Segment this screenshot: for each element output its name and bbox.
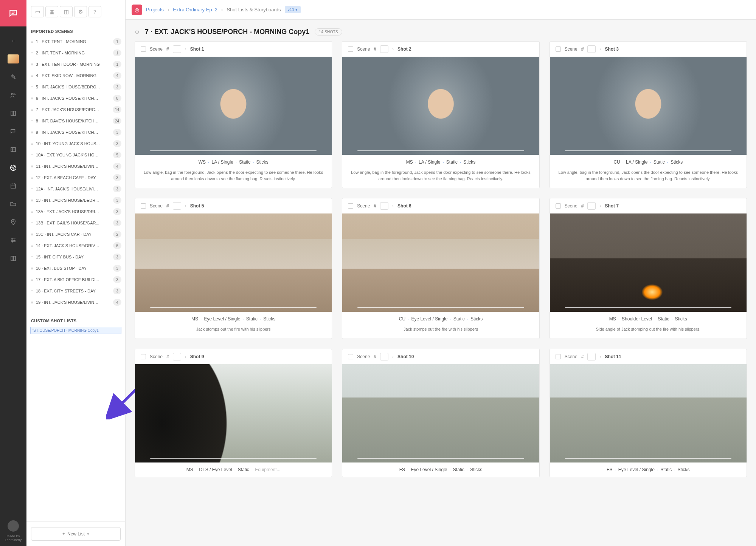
rail-folder[interactable] <box>0 195 26 213</box>
rail-back[interactable]: ← <box>0 32 26 50</box>
rail-boards[interactable] <box>0 104 26 122</box>
crumb-project[interactable]: Extra Ordinary Ep. 2 <box>173 7 217 12</box>
custom-lists-heading: CUSTOM SHOT LISTS <box>26 315 125 325</box>
shot-card[interactable]: Scene#›Shot 9MS·OTS / Eye Level·Static·E… <box>135 349 332 477</box>
select-checkbox[interactable] <box>348 46 353 52</box>
rail-table[interactable] <box>0 141 26 159</box>
card-header: Scene#›Shot 6 <box>342 198 539 213</box>
scene-number-input[interactable] <box>173 353 181 360</box>
card-header: Scene#›Shot 9 <box>135 349 332 364</box>
scene-row[interactable]: ≡17 · EXT. A BIG OFFICE BUILDI...3 <box>26 274 125 285</box>
rail-thumbnail[interactable] <box>0 50 26 68</box>
shot-card[interactable]: Scene#›Shot 5MS·Eye Level / Single·Stati… <box>135 198 332 339</box>
help-icon[interactable]: ? <box>88 6 101 17</box>
scene-number-input[interactable] <box>380 353 388 360</box>
rail-people[interactable] <box>0 86 26 104</box>
scene-label: Scene <box>150 203 163 209</box>
shot-thumbnail[interactable] <box>342 57 539 155</box>
scene-number-input[interactable] <box>380 202 388 210</box>
scene-row[interactable]: ≡15 · INT. CITY BUS - DAY3 <box>26 251 125 263</box>
scene-row[interactable]: ≡19 · INT. JACK'S HOUSE/LIVING...4 <box>26 297 125 308</box>
scene-row[interactable]: ≡9 · INT. JACK'S HOUSE/KITCHE...3 <box>26 127 125 138</box>
crumb-projects[interactable]: Projects <box>146 7 164 12</box>
scene-row[interactable]: ≡14 · EXT. JACK'S HOUSE/DRIVE...6 <box>26 240 125 251</box>
version-selector[interactable]: v11 ▾ <box>285 6 301 13</box>
scene-number-input[interactable] <box>173 45 181 53</box>
scene-label: Scene <box>150 46 163 52</box>
scene-row[interactable]: ≡8 · INT. DAVE'S HOUSE/KITCHE...24 <box>26 115 125 127</box>
shot-thumbnail[interactable] <box>550 57 747 155</box>
scene-row[interactable]: ≡18 · EXT. CITY STREETS - DAY3 <box>26 285 125 297</box>
scene-row[interactable]: ≡13C · INT. JACK'S CAR - DAY2 <box>26 229 125 240</box>
rail-calendar[interactable] <box>0 177 26 195</box>
page-settings-icon[interactable]: ⚙ <box>135 29 140 35</box>
scene-row[interactable]: ≡10 · INT. YOUNG JACK'S HOUS...3 <box>26 138 125 149</box>
shot-card[interactable]: Scene#›Shot 6CU·Eye Level / Single·Stati… <box>342 198 539 339</box>
scene-row[interactable]: ≡12A · INT. JACK'S HOUSE/LIVIN...3 <box>26 183 125 195</box>
scene-row[interactable]: ≡11 · INT. JACK'S HOUSE/LIVING...4 <box>26 161 125 172</box>
scene-row[interactable]: ≡10A · EXT. YOUNG JACK'S HOU...5 <box>26 149 125 161</box>
shot-thumbnail[interactable] <box>342 213 539 312</box>
select-checkbox[interactable] <box>141 46 146 52</box>
rail-book[interactable] <box>0 249 26 268</box>
shot-thumbnail[interactable] <box>135 364 332 462</box>
rail-sliders[interactable] <box>0 231 26 249</box>
scene-number-input[interactable] <box>173 202 181 210</box>
view-single-icon[interactable]: ▭ <box>31 6 44 17</box>
scene-number-input[interactable] <box>380 45 388 53</box>
shot-thumbnail[interactable] <box>135 213 332 312</box>
select-checkbox[interactable] <box>348 203 353 209</box>
shot-thumbnail[interactable] <box>550 213 747 312</box>
scene-row[interactable]: ≡13A · EXT. JACK'S HOUSE/DRIV...3 <box>26 206 125 217</box>
scene-row[interactable]: ≡12 · EXT. A BEACH CAFE - DAY3 <box>26 172 125 183</box>
shot-thumbnail[interactable] <box>550 364 747 462</box>
view-grid-icon[interactable]: ▦ <box>45 6 58 17</box>
shot-card[interactable]: Scene#›Shot 10FS·Eye Level / Single·Stat… <box>342 349 539 477</box>
scene-row[interactable]: ≡5 · INT. JACK'S HOUSE/BEDRO...3 <box>26 81 125 93</box>
settings-icon[interactable]: ⚙ <box>74 6 87 17</box>
select-checkbox[interactable] <box>141 203 146 209</box>
drag-handle-icon: ≡ <box>31 278 33 282</box>
scene-number-input[interactable] <box>587 45 596 53</box>
scene-row[interactable]: ≡13 · INT. JACK'S HOUSE/BEDR...3 <box>26 195 125 206</box>
brand-icon[interactable]: ◎ <box>132 5 142 15</box>
scene-row[interactable]: ≡2 · INT. TENT - MORNING1 <box>26 47 125 59</box>
new-list-button[interactable]: +New List▾ <box>31 527 121 541</box>
scene-row[interactable]: ≡13B · EXT. GAIL'S HOUSE/GAR...3 <box>26 217 125 229</box>
shot-thumbnail[interactable] <box>342 364 539 462</box>
select-checkbox[interactable] <box>556 46 561 52</box>
view-split-icon[interactable]: ◫ <box>60 6 73 17</box>
scene-count-badge: 4 <box>113 299 121 306</box>
app-rail: ← ✎ Made By Learninetty <box>0 0 26 546</box>
scene-number-input[interactable] <box>587 202 596 210</box>
hash-label: # <box>166 203 169 209</box>
shot-thumbnail[interactable] <box>135 57 332 155</box>
rail-location[interactable] <box>0 213 26 231</box>
custom-list-input[interactable]: 'S HOUSE/PORCH - MORNING Copy1 <box>30 327 121 334</box>
shot-card[interactable]: Scene#›Shot 2MS·LA / Single·Static·Stick… <box>342 41 539 188</box>
scene-number-input[interactable] <box>587 353 596 360</box>
shot-card[interactable]: Scene#›Shot 3CU·LA / Single·Static·Stick… <box>550 41 747 188</box>
app-logo[interactable] <box>0 0 26 26</box>
select-checkbox[interactable] <box>556 203 561 209</box>
select-checkbox[interactable] <box>556 354 561 359</box>
scene-count-badge: 3 <box>113 197 121 204</box>
rail-edit[interactable]: ✎ <box>0 68 26 86</box>
shot-card[interactable]: Scene#›Shot 1WS·LA / Single·Static·Stick… <box>135 41 332 188</box>
scene-row[interactable]: ≡1 · EXT. TENT - MORNING1 <box>26 36 125 47</box>
scene-row[interactable]: ≡7 · EXT. JACK'S HOUSE/PORCH ...14 <box>26 104 125 115</box>
scene-count-badge: 1 <box>113 49 121 56</box>
shot-card[interactable]: Scene#›Shot 7MS·Shoulder Level·Static·St… <box>550 198 747 339</box>
select-checkbox[interactable] <box>348 354 353 359</box>
scene-row[interactable]: ≡4 · EXT. SKID ROW - MORNING4 <box>26 70 125 81</box>
user-avatar[interactable] <box>8 520 19 532</box>
drag-handle-icon: ≡ <box>31 176 33 180</box>
scene-row[interactable]: ≡16 · EXT. BUS STOP - DAY3 <box>26 263 125 274</box>
shot-card[interactable]: Scene#›Shot 11FS·Eye Level / Single·Stat… <box>550 349 747 477</box>
scene-row[interactable]: ≡3 · EXT. TENT DOOR - MORNING1 <box>26 59 125 70</box>
rail-shotlist[interactable] <box>0 159 26 177</box>
rail-chat[interactable] <box>0 122 26 141</box>
scene-count-badge: 3 <box>113 140 121 147</box>
scene-row[interactable]: ≡6 · INT. JACK'S HOUSE/KITCHE...8 <box>26 93 125 104</box>
select-checkbox[interactable] <box>141 354 146 359</box>
